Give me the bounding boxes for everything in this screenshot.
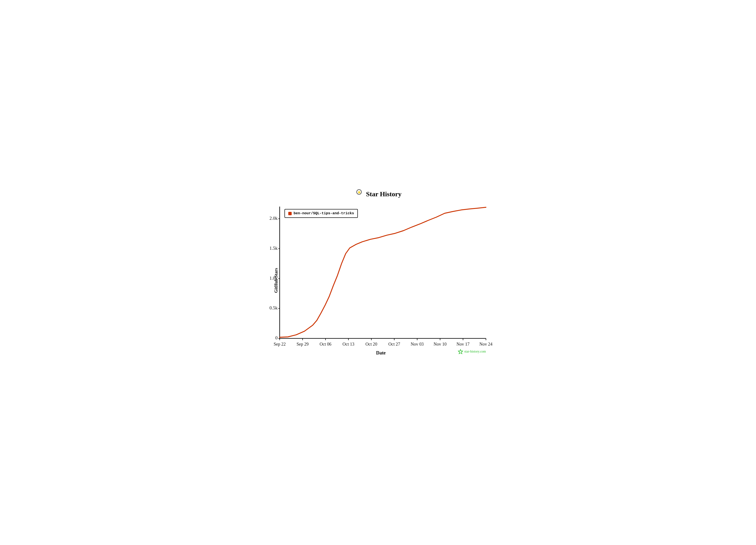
svg-text:Oct 06: Oct 06 bbox=[320, 342, 331, 346]
legend-label: ben-nour/SQL-tips-and-tricks bbox=[294, 212, 354, 216]
svg-text:Nov 03: Nov 03 bbox=[411, 342, 424, 346]
chart-title-icon: ⭐ bbox=[354, 189, 364, 200]
svg-text:⭐: ⭐ bbox=[357, 190, 361, 194]
chart-title-text: Star History bbox=[366, 190, 402, 198]
data-line bbox=[280, 207, 486, 337]
chart-area: GitHub Stars 0 0.5k 1.0k 1.5k 2.0k bbox=[263, 204, 493, 357]
svg-text:0.5k: 0.5k bbox=[270, 305, 278, 310]
svg-text:Sep 29: Sep 29 bbox=[296, 342, 308, 346]
chart-title: ⭐ Star History bbox=[263, 189, 493, 200]
svg-text:Oct 27: Oct 27 bbox=[388, 342, 400, 346]
chart-inner: 0 0.5k 1.0k 1.5k 2.0k Sep 22 Sep 29 Oct … bbox=[280, 207, 486, 338]
legend-box: ben-nour/SQL-tips-and-tricks bbox=[284, 209, 358, 218]
svg-text:Nov 17: Nov 17 bbox=[456, 342, 469, 346]
svg-text:1.5k: 1.5k bbox=[270, 246, 278, 251]
svg-text:Nov 24: Nov 24 bbox=[479, 342, 492, 346]
watermark-text: star-history.com bbox=[464, 350, 486, 353]
legend-color-dot bbox=[288, 212, 292, 215]
svg-text:Sep 22: Sep 22 bbox=[274, 342, 286, 346]
svg-text:Oct 20: Oct 20 bbox=[366, 342, 377, 346]
svg-text:0: 0 bbox=[275, 335, 278, 340]
title-icon-svg: ⭐ bbox=[354, 189, 364, 198]
svg-text:Nov 10: Nov 10 bbox=[434, 342, 447, 346]
watermark: star-history.com bbox=[458, 349, 486, 354]
chart-svg: 0 0.5k 1.0k 1.5k 2.0k Sep 22 Sep 29 Oct … bbox=[280, 207, 486, 338]
chart-container: ⭐ Star History GitHub Stars 0 0.5k 1.0k … bbox=[263, 189, 493, 356]
svg-text:1.0k: 1.0k bbox=[270, 275, 278, 280]
svg-marker-34 bbox=[458, 349, 463, 354]
svg-text:Oct 13: Oct 13 bbox=[343, 342, 354, 346]
x-axis-label: Date bbox=[376, 350, 386, 356]
svg-text:2.0k: 2.0k bbox=[270, 216, 278, 221]
star-history-icon bbox=[458, 349, 463, 354]
